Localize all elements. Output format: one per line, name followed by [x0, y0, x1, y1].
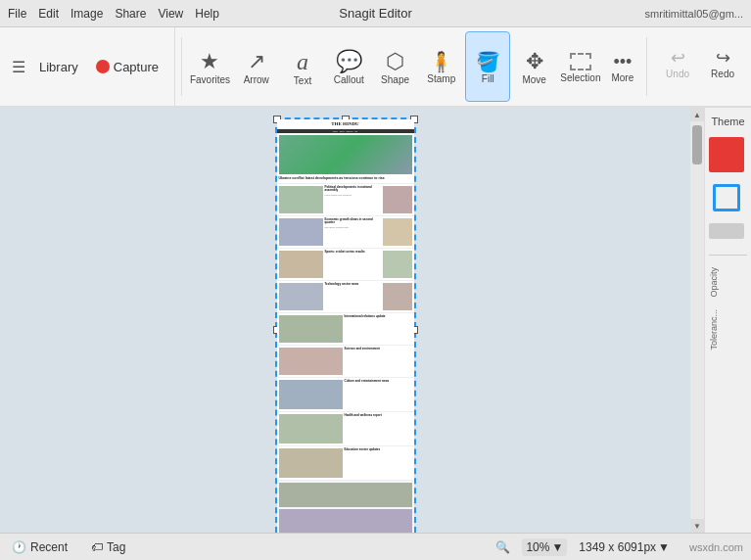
article-8-text: Health and wellness report: [345, 414, 412, 443]
article-2-thumb: [383, 218, 412, 246]
library-button[interactable]: Library: [33, 56, 84, 78]
article-6: Science and environment: [277, 346, 414, 378]
article-2: Economic growth slows in second quarter …: [277, 216, 414, 249]
article-9: Education sector updates: [277, 446, 414, 481]
right-panel: Theme Opacity Toleranc...: [704, 108, 751, 533]
menu-file[interactable]: File: [8, 7, 26, 21]
capture-button[interactable]: Capture: [88, 56, 166, 78]
article-7: Culture and entertainment news: [277, 378, 414, 412]
more-article-2: [279, 509, 412, 533]
article-1-image: [279, 186, 323, 213]
recent-button[interactable]: 🕐 Recent: [8, 538, 71, 556]
article-2-text: Economic growth slows in second quarter …: [325, 218, 381, 246]
wsxdn-watermark: wsxdn.com: [689, 541, 743, 553]
article-3-text: Sports: cricket series results: [325, 251, 381, 278]
toolbar-divider-1: [181, 37, 182, 96]
move-icon: ✥: [526, 51, 543, 72]
canvas-area[interactable]: THE HINDU NewsSportOpinionBiz Ukraine co…: [0, 108, 690, 533]
more-button[interactable]: ••• More: [605, 31, 641, 102]
status-right: 🔍 10% ▼ 1349 x 6091px ▼ wsxdn.com: [495, 538, 743, 556]
redo-icon: ↪: [716, 47, 730, 69]
redo-button[interactable]: ↪ Redo: [702, 41, 743, 92]
text-label: Text: [294, 75, 311, 86]
fill-icon: 🪣: [476, 52, 500, 71]
text-icon: a: [297, 50, 308, 73]
zoom-search[interactable]: 🔍: [495, 540, 510, 554]
article-1-desc: Latest updates from parliament: [325, 194, 381, 196]
toolbar-left: ☰ Library Capture: [4, 27, 175, 106]
shape-icon: ⬡: [386, 51, 404, 72]
undo-label: Undo: [666, 69, 689, 79]
tool-text[interactable]: a Text: [280, 31, 324, 102]
article-1-headline: Political developments in national assem…: [325, 186, 381, 193]
more-articles: [277, 481, 414, 533]
article-8-image: [279, 414, 343, 443]
favorites-icon: ★: [200, 51, 219, 72]
article-6-headline: Science and environment: [345, 348, 412, 351]
hamburger-icon[interactable]: ☰: [12, 58, 25, 76]
menu-view[interactable]: View: [158, 7, 183, 21]
article-5: International relations update: [277, 313, 414, 346]
hero-article: Ukraine conflict latest developments as …: [277, 133, 414, 184]
tool-stamp[interactable]: 🧍 Stamp: [419, 31, 463, 102]
article-5-text: International relations update: [345, 315, 412, 343]
color-swatch-gray[interactable]: [709, 223, 744, 239]
tool-selection[interactable]: Selection: [558, 31, 602, 102]
article-3-image: [279, 251, 323, 278]
dimensions-value: 1349 x 6091px: [579, 540, 656, 554]
menu-image[interactable]: Image: [70, 7, 103, 21]
library-label: Library: [39, 60, 78, 74]
article-6-image: [279, 348, 343, 375]
status-left: 🕐 Recent 🏷 Tag: [8, 538, 129, 556]
zoom-level-selector[interactable]: 10% ▼: [522, 538, 567, 556]
more-icon: •••: [613, 52, 632, 72]
article-5-headline: International relations update: [345, 315, 412, 319]
search-icon: 🔍: [495, 540, 510, 554]
color-swatch-red[interactable]: [709, 137, 744, 172]
record-icon: [96, 60, 110, 73]
webpage-header: THE HINDU: [277, 119, 414, 129]
tool-arrow[interactable]: ↗ Arrow: [234, 31, 278, 102]
article-5-image: [279, 315, 343, 343]
article-3-thumb: [383, 251, 412, 278]
scroll-up-arrow[interactable]: ▲: [690, 108, 704, 121]
article-2-image: [279, 218, 323, 246]
zoom-value: 10%: [526, 540, 549, 554]
tool-favorites[interactable]: ★ Favorites: [188, 31, 232, 102]
tool-callout[interactable]: 💬 Callout: [327, 31, 371, 102]
tool-shape[interactable]: ⬡ Shape: [373, 31, 417, 102]
recent-label: Recent: [30, 540, 68, 554]
menu-edit[interactable]: Edit: [38, 7, 59, 21]
more-article-1: [279, 483, 412, 507]
tool-move[interactable]: ✥ Move: [512, 31, 556, 102]
zoom-dropdown-arrow: ▼: [551, 540, 563, 554]
color-swatch-blue[interactable]: [713, 184, 740, 211]
dimensions-dropdown-arrow: ▼: [658, 540, 670, 554]
tolerance-label: Toleranc...: [709, 309, 747, 350]
article-8-headline: Health and wellness report: [345, 414, 412, 418]
toolbar: ☰ Library Capture ★ Favorites ↗ Arrow a …: [0, 27, 751, 108]
undo-button[interactable]: ↩ Undo: [657, 41, 698, 92]
tag-icon: 🏷: [91, 540, 103, 554]
article-1-thumb: [383, 186, 412, 213]
menu-bar: File Edit Image Share View Help: [8, 7, 219, 21]
tag-button[interactable]: 🏷 Tag: [87, 538, 129, 556]
hero-headline: Ukraine conflict latest developments as …: [279, 176, 412, 181]
menu-share[interactable]: Share: [115, 7, 146, 21]
vertical-scrollbar[interactable]: ▲ ▼: [690, 108, 704, 533]
webpage-preview: THE HINDU NewsSportOpinionBiz Ukraine co…: [277, 119, 414, 533]
menu-help[interactable]: Help: [195, 7, 219, 21]
image-dimensions: 1349 x 6091px ▼: [579, 540, 670, 554]
scroll-down-arrow[interactable]: ▼: [690, 519, 704, 533]
article-4-text: Technology sector news: [325, 283, 381, 310]
scroll-thumb[interactable]: [692, 125, 702, 164]
callout-icon: 💬: [336, 51, 362, 72]
article-2-headline: Economic growth slows in second quarter: [325, 218, 381, 225]
scroll-track[interactable]: [690, 121, 704, 519]
opacity-label: Opacity: [709, 267, 747, 298]
undo-icon: ↩: [671, 47, 685, 69]
article-4-image: [279, 283, 323, 310]
main-content: THE HINDU NewsSportOpinionBiz Ukraine co…: [0, 108, 751, 533]
article-4-headline: Technology sector news: [325, 283, 381, 287]
tool-fill[interactable]: 🪣 Fill: [465, 31, 510, 102]
